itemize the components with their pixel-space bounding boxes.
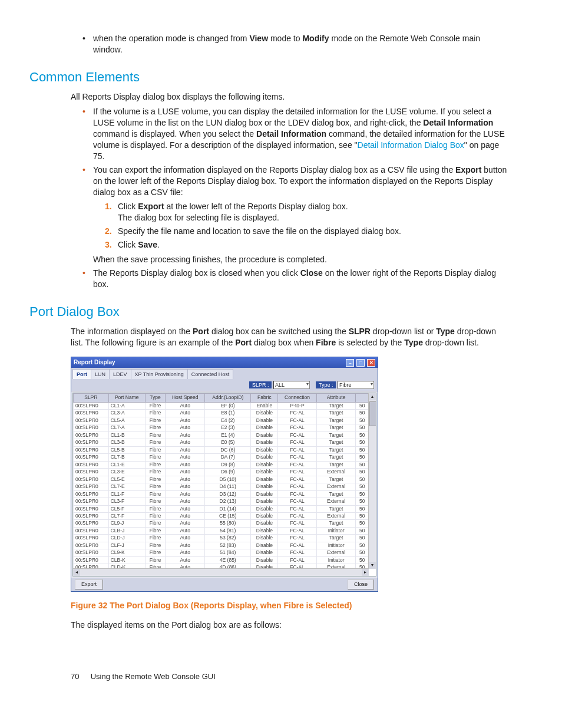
cell: Enable: [251, 402, 278, 409]
table-row[interactable]: 00:SLPR0CL3-EFibreAutoD6 (9)DisableFC-AL…: [74, 469, 369, 476]
table-row[interactable]: 00:SLPR0CL5-EFibreAutoD5 (10)DisableFC-A…: [74, 476, 369, 483]
cell: FC-AL: [278, 439, 316, 446]
table-row[interactable]: 00:SLPR0CLD-JFibreAuto53 (82)DisableFC-A…: [74, 535, 369, 542]
port-dialog-para: The information displayed on the Port di…: [71, 326, 509, 348]
table-row[interactable]: 00:SLPR0CL1-AFibreAutoEF (0)EnableP-to-P…: [74, 402, 369, 409]
common-elements-list: If the volume is a LUSE volume, you can …: [71, 106, 509, 289]
cell: 50: [356, 469, 369, 476]
cell: 50: [356, 402, 369, 409]
cell: FC-AL: [278, 431, 316, 439]
cell: Target: [316, 402, 356, 409]
cell: Target: [316, 454, 356, 461]
table-row[interactable]: 00:SLPR0CL7-FFibreAutoCE (15)DisableFC-A…: [74, 512, 369, 519]
table-row[interactable]: 00:SLPR0CL1-FFibreAutoD3 (12)DisableFC-A…: [74, 490, 369, 498]
tab-port[interactable]: Port: [72, 369, 91, 379]
text: dialog box when: [252, 338, 316, 347]
scroll-up-icon[interactable]: ▴: [369, 393, 376, 400]
text: The information displayed on the: [71, 327, 193, 336]
table-row[interactable]: 00:SLPR0CLB-KFibreAuto4E (85)DisableFC-A…: [74, 556, 369, 564]
col-header[interactable]: Type: [145, 394, 165, 402]
port-table[interactable]: SLPRPort NameTypeHost SpeedAddr.(LoopID)…: [73, 393, 369, 577]
col-header[interactable]: Attribute: [316, 394, 356, 402]
cell: 00:SLPR0: [74, 490, 109, 498]
table-row[interactable]: 00:SLPR0CL3-BFibreAutoE0 (5)DisableFC-AL…: [74, 439, 369, 446]
horizontal-scrollbar[interactable]: ◂ ▸: [73, 568, 369, 576]
tab-lun[interactable]: LUN: [91, 369, 110, 379]
cell: FC-AL: [278, 505, 316, 512]
table-row[interactable]: 00:SLPR0CL9-JFibreAuto55 (80)DisableFC-A…: [74, 520, 369, 527]
text: dialog box can be switched using the: [209, 327, 349, 336]
cell: CL3-B: [108, 439, 145, 446]
cell: Fibre: [145, 549, 165, 556]
page-number: 70: [71, 671, 88, 682]
cell: Disable: [251, 512, 278, 519]
slpr-dropdown[interactable]: ALL: [273, 381, 310, 389]
table-row[interactable]: 00:SLPR0CL7-EFibreAutoD4 (11)DisableFC-A…: [74, 483, 369, 490]
tab-xp-thin-provisioning[interactable]: XP Thin Provisioning: [131, 369, 188, 379]
figure-caption: Figure 32 The Port Dialog Box (Reports D…: [71, 600, 509, 611]
detail-info-link[interactable]: Detail Information Dialog Box: [358, 140, 464, 150]
text: at the lower left of the Reports Display…: [164, 202, 348, 211]
cell: 00:SLPR0: [74, 461, 109, 468]
tab-connected-host[interactable]: Connected Host: [187, 369, 234, 379]
col-header[interactable]: Addr.(LoopID): [205, 394, 251, 402]
close-icon[interactable]: ✕: [367, 359, 375, 367]
cell: Fibre: [145, 424, 165, 431]
minimize-icon[interactable]: –: [346, 359, 354, 367]
grid-wrap: SLPRPort NameTypeHost SpeedAddr.(LoopID)…: [72, 393, 376, 577]
scroll-right-icon[interactable]: ▸: [362, 569, 369, 576]
cell: Fibre: [145, 417, 165, 424]
cell: Auto: [166, 490, 205, 498]
export-button[interactable]: Export: [75, 579, 103, 589]
type-dropdown[interactable]: Fibre: [338, 381, 374, 389]
table-row[interactable]: 00:SLPR0CL1-EFibreAutoD9 (8)DisableFC-AL…: [74, 461, 369, 468]
text: Save: [138, 240, 157, 249]
scroll-left-icon[interactable]: ◂: [73, 569, 80, 576]
export-steps: Click Export at the lower left of the Re…: [93, 201, 509, 251]
col-header[interactable]: Fabric: [251, 394, 278, 402]
vertical-scrollbar[interactable]: ▴ ▾: [368, 393, 376, 569]
cell: Disable: [251, 520, 278, 527]
cell: FC-AL: [278, 410, 316, 417]
cell: FC-AL: [278, 476, 316, 483]
table-row[interactable]: 00:SLPR0CL5-BFibreAutoDC (6)DisableFC-AL…: [74, 446, 369, 453]
tab-ldev[interactable]: LDEV: [109, 369, 131, 379]
step-1: Click Export at the lower left of the Re…: [107, 201, 509, 223]
cell: Auto: [166, 512, 205, 519]
cell: Disable: [251, 527, 278, 534]
col-header[interactable]: [356, 394, 369, 402]
table-row[interactable]: 00:SLPR0CL9-KFibreAuto51 (84)DisableFC-A…: [74, 549, 369, 556]
cell: Auto: [166, 469, 205, 476]
scroll-thumb[interactable]: [369, 401, 376, 426]
dialog-titlebar[interactable]: Report Display – □ ✕: [71, 357, 378, 368]
table-row[interactable]: 00:SLPR0CL1-BFibreAutoE1 (4)DisableFC-AL…: [74, 431, 369, 439]
col-header[interactable]: SLPR: [74, 394, 109, 402]
cell: Auto: [166, 483, 205, 490]
page-footer: 70 Using the Remote Web Console GUI: [71, 671, 509, 682]
col-header[interactable]: Connection: [278, 394, 316, 402]
table-row[interactable]: 00:SLPR0CLF-JFibreAuto52 (83)DisableFC-A…: [74, 542, 369, 549]
table-row[interactable]: 00:SLPR0CLB-JFibreAuto54 (81)DisableFC-A…: [74, 527, 369, 534]
common-elements-lead: All Reports Display dialog box displays …: [71, 91, 509, 103]
table-row[interactable]: 00:SLPR0CL3-AFibreAutoE8 (1)DisableFC-AL…: [74, 410, 369, 417]
cell: E0 (5): [205, 439, 251, 446]
cell: CL5-A: [108, 417, 145, 424]
col-header[interactable]: Port Name: [108, 394, 145, 402]
close-button[interactable]: Close: [348, 579, 374, 589]
slpr-label: SLPR :: [249, 381, 272, 388]
ce-item-1: If the volume is a LUSE volume, you can …: [85, 106, 509, 162]
table-row[interactable]: 00:SLPR0CL3-FFibreAutoD2 (13)DisableFC-A…: [74, 498, 369, 505]
cell: Target: [316, 439, 356, 446]
table-row[interactable]: 00:SLPR0CL5-FFibreAutoD1 (14)DisableFC-A…: [74, 505, 369, 512]
table-row[interactable]: 00:SLPR0CL7-AFibreAutoE2 (3)DisableFC-AL…: [74, 424, 369, 431]
cell: Disable: [251, 483, 278, 490]
cell: FC-AL: [278, 454, 316, 461]
table-row[interactable]: 00:SLPR0CL7-BFibreAutoDA (7)DisableFC-AL…: [74, 454, 369, 461]
scroll-down-icon[interactable]: ▾: [369, 562, 376, 569]
table-row[interactable]: 00:SLPR0CL5-AFibreAutoE4 (2)DisableFC-AL…: [74, 417, 369, 424]
cell: Disable: [251, 535, 278, 542]
cell: Disable: [251, 505, 278, 512]
maximize-icon[interactable]: □: [356, 359, 365, 367]
cell: 50: [356, 410, 369, 417]
col-header[interactable]: Host Speed: [166, 394, 205, 402]
